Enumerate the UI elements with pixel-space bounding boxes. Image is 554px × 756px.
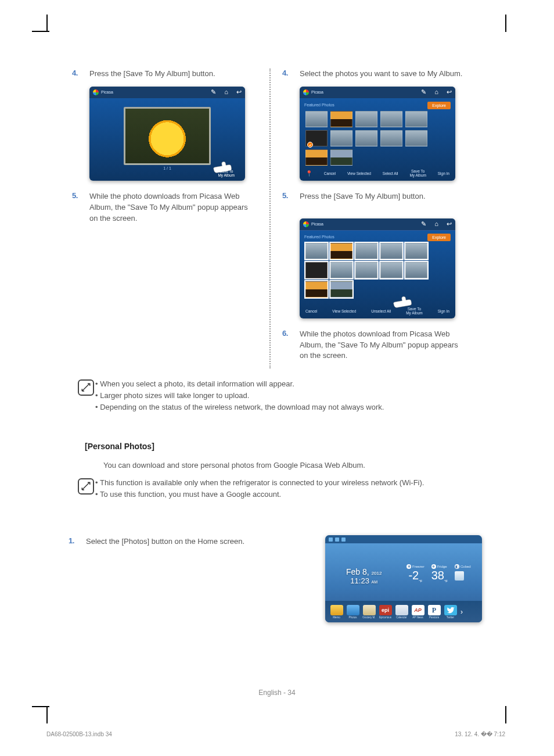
explore-button[interactable]: Explore [427, 234, 451, 241]
photo-thumb[interactable] [330, 281, 352, 298]
step-text: While the photo downloads from Picasa We… [89, 191, 258, 224]
date-year: 2012 [372, 571, 382, 576]
back-icon[interactable]: ↩ [236, 89, 242, 95]
picasa-grid-screenshot-1: Picasa ✎ ⌂ ↩ Featured Photos Explore [300, 87, 455, 181]
photo-thumb[interactable] [305, 262, 328, 278]
photo-thumb[interactable] [330, 130, 352, 146]
step-text: Select the [Photos] button on the Home s… [86, 536, 244, 547]
step-number: 5. [282, 191, 300, 202]
ice-widget[interactable]: ◧Cubed [455, 564, 471, 583]
header-icons: ✎ ⌂ ↩ [421, 221, 452, 227]
ice-label: Cubed [461, 565, 471, 568]
app-epicurious[interactable]: epiEpicurious [378, 605, 393, 619]
sign-in-button[interactable]: Sign In [438, 171, 449, 175]
freezer-dot-icon: ❄ [406, 564, 411, 569]
picasa-single-photo-screenshot: Picasa ✎ ⌂ ↩ 1 / 1 Save To My Album [89, 87, 245, 181]
photo-thumb[interactable] [405, 111, 427, 127]
save-to-album-button[interactable]: Save To My Album [406, 307, 423, 315]
picasa-logo-icon [93, 89, 99, 95]
home-icon[interactable]: ⌂ [434, 221, 438, 227]
notes-list: When you select a photo, its detail info… [95, 378, 384, 413]
app-pandora[interactable]: PPandora [427, 605, 441, 619]
photo-thumb[interactable] [330, 243, 352, 259]
save-to-album-button[interactable]: Save To My Album [409, 169, 426, 177]
fridge-widget[interactable]: ❄Fridge 38°F [431, 564, 448, 583]
step-text: While the photos download from Picasa We… [300, 329, 467, 362]
home-icon[interactable]: ⌂ [434, 89, 438, 95]
note-icon [78, 477, 95, 500]
app-memo[interactable]: Memo [329, 605, 344, 619]
app-dock: Memo Photos Grocery M. epiEpicurious Cal… [325, 601, 482, 622]
picasa-logo-icon [303, 221, 309, 227]
location-pin-icon: 📍 [305, 170, 312, 177]
view-selected-button[interactable]: View Selected [347, 171, 371, 175]
status-bar [325, 535, 482, 543]
fridge-home-screen: Feb 8, 2012 11:23 AM ❄Freezer -2°F ❄Frid… [325, 535, 482, 622]
photo-thumb[interactable] [330, 149, 352, 166]
source-file-label: DA68-02500B-13.indb 34 [46, 731, 112, 737]
photo-thumb[interactable] [305, 281, 328, 298]
personal-photos-step-1: 1. Select the [Photos] button on the Hom… [69, 536, 312, 554]
photo-thumb[interactable] [380, 243, 402, 259]
app-twitter[interactable]: Twitter [443, 605, 458, 619]
photo-thumb[interactable] [405, 130, 427, 146]
fridge-unit: °F [444, 579, 448, 583]
app-photos[interactable]: Photos [346, 605, 360, 619]
selection-check-icon: ✔ [307, 142, 313, 148]
photo-thumb[interactable] [355, 111, 377, 127]
right-step-6: 6. While the photos download from Picasa… [282, 329, 467, 362]
photo-thumb[interactable] [305, 243, 328, 259]
save-to-album-label[interactable]: Save To My Album [218, 169, 235, 177]
cancel-button[interactable]: Cancel [305, 309, 317, 313]
app-grocery[interactable]: Grocery M. [362, 605, 376, 619]
freezer-value: -2 [408, 569, 419, 582]
app-title: Picasa [101, 90, 113, 94]
photo-thumb[interactable] [405, 262, 427, 278]
app-title: Picasa [311, 222, 323, 226]
note-item: This function is available only when the… [95, 477, 424, 489]
note-icon [78, 378, 95, 413]
freezer-unit: °F [419, 579, 422, 583]
freezer-widget[interactable]: ❄Freezer -2°F [406, 564, 425, 583]
instruction-columns: 4. Press the [Save To My Album] button. … [72, 69, 467, 368]
time-main: 11:23 [350, 576, 369, 585]
notes-list: This function is available only when the… [95, 477, 424, 500]
clock-widget: Feb 8, 2012 11:23 AM [346, 567, 382, 585]
photo-thumb[interactable] [305, 111, 328, 127]
bottom-toolbar: 📍 Cancel View Selected Select All Save T… [300, 166, 455, 181]
photo-thumb[interactable] [355, 262, 377, 278]
app-header: Picasa ✎ ⌂ ↩ [300, 218, 455, 230]
photo-thumb[interactable] [380, 262, 402, 278]
step-text: Press the [Save To My Album] button. [300, 191, 426, 202]
photo-thumb[interactable] [355, 130, 377, 146]
home-icon[interactable]: ⌂ [224, 89, 228, 95]
right-step-5: 5. Press the [Save To My Album] button. [282, 191, 467, 202]
photo-thumb[interactable] [330, 111, 352, 127]
photo-thumb[interactable] [330, 262, 352, 278]
view-selected-button[interactable]: View Selected [332, 309, 356, 313]
app-apnews[interactable]: APAP News [411, 605, 425, 619]
compose-icon[interactable]: ✎ [211, 89, 216, 95]
ice-dot-icon: ◧ [455, 564, 459, 569]
select-all-button[interactable]: Select All [383, 171, 398, 175]
cancel-button[interactable]: Cancel [324, 171, 336, 175]
bottom-toolbar: Cancel View Selected Unselect All Save T… [300, 304, 455, 318]
explore-button[interactable]: Explore [427, 102, 451, 109]
freezer-label: Freezer [412, 565, 425, 568]
photo-thumb[interactable] [355, 243, 377, 259]
photo-thumb[interactable] [405, 243, 427, 259]
timestamp-label: 13. 12. 4. �� 7:12 [455, 731, 505, 737]
right-step-4: 4. Select the photos you want to save to… [282, 69, 467, 80]
photo-thumb[interactable] [380, 130, 402, 146]
unselect-all-button[interactable]: Unselect All [371, 309, 391, 313]
compose-icon[interactable]: ✎ [421, 89, 426, 95]
back-icon[interactable]: ↩ [447, 221, 452, 227]
dock-next-arrow-icon[interactable]: › [461, 608, 463, 616]
back-icon[interactable]: ↩ [447, 89, 452, 95]
photo-thumb[interactable] [305, 149, 328, 166]
sign-in-button[interactable]: Sign In [438, 309, 449, 313]
app-calendar[interactable]: Calendar [394, 605, 409, 619]
photo-thumb[interactable] [380, 111, 402, 127]
compose-icon[interactable]: ✎ [421, 221, 426, 227]
featured-photos-label: Featured Photos [304, 103, 334, 107]
